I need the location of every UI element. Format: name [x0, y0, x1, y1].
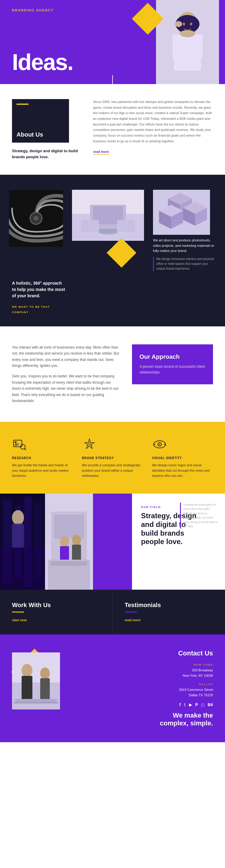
approach-left: You interact with all sorts of businesse…: [12, 344, 120, 404]
service-visual-identity: VISUAL IDENTITY We design iconic logos a…: [152, 437, 213, 478]
behance-icon[interactable]: Bē: [207, 702, 213, 707]
services-section: RESEARCH We get inside the heads and hea…: [0, 422, 225, 494]
testimonials: Testimonials read more: [113, 590, 225, 634]
svg-rect-54: [54, 515, 84, 539]
research-title: RESEARCH: [12, 456, 73, 460]
facebook-icon[interactable]: f: [180, 702, 181, 707]
brand-strategy-title: BRAND STRATEGY: [82, 456, 143, 460]
svg-rect-32: [15, 441, 17, 443]
contact-title: Contact Us: [81, 649, 213, 657]
dark-right-text1: We art direct and produce photoshoots, v…: [153, 238, 216, 254]
read-more-link[interactable]: read more: [93, 150, 109, 155]
svg-rect-64: [22, 676, 32, 700]
pinterest-icon[interactable]: P: [195, 702, 198, 707]
about-right: Since 2005, has partnered with hot start…: [93, 99, 213, 154]
dark-section: We art direct and produce photoshoots, v…: [0, 175, 225, 327]
service-brand-strategy: BRAND STRATEGY We provide a compass and …: [82, 437, 143, 478]
strategy-text: OUR FIELD Strategy, design and digital t…: [132, 494, 225, 590]
about-box: About Us: [12, 99, 69, 143]
svg-rect-62: [12, 682, 60, 710]
dark-images-row: We art direct and produce photoshoots, v…: [0, 190, 225, 271]
service-research: RESEARCH We get inside the heads and hea…: [12, 437, 73, 478]
hero-section: BRANDING AGENCY Ideas.: [0, 0, 225, 84]
hero-title: Ideas.: [12, 49, 73, 75]
svg-point-55: [60, 536, 69, 547]
about-subtitle: Strategy, design and digital to build br…: [12, 148, 81, 160]
contact-ny: NEW YORK 200 BroadwayNew York, NY 10036: [81, 663, 213, 678]
svg-rect-34: [15, 445, 18, 445]
about-body-text: Since 2005, has partnered with hot start…: [93, 99, 213, 144]
dark-cta-text[interactable]: WE WANT TO BE THAT COMPANY: [12, 305, 50, 314]
strategy-purple-block: [93, 494, 132, 590]
svg-rect-56: [60, 546, 69, 561]
svg-rect-67: [15, 699, 57, 702]
hero-vertical-line: [112, 75, 113, 84]
svg-rect-5: [198, 34, 202, 59]
hero-brand-label: BRANDING AGENCY: [12, 8, 54, 12]
approach-right: Our Approach A proven track record of su…: [132, 344, 213, 404]
brand-strategy-text: We provide a compass and strategically p…: [82, 463, 143, 478]
dark-cubes-image: [153, 190, 210, 235]
work-cta-link[interactable]: start now: [12, 618, 27, 622]
svg-rect-3: [174, 34, 201, 70]
dark-spiral-image: [9, 190, 63, 247]
about-section: About Us Strategy, design and digital to…: [0, 84, 225, 175]
svg-point-12: [34, 216, 38, 221]
contact-right: Contact Us NEW YORK 200 BroadwayNew York…: [81, 649, 213, 727]
svg-rect-19: [81, 220, 99, 232]
approach-box: Our Approach A proven track record of su…: [132, 344, 213, 384]
svg-point-57: [72, 535, 81, 546]
svg-point-8: [190, 23, 192, 26]
about-left: About Us Strategy, design and digital to…: [12, 99, 81, 160]
twitter-icon[interactable]: 𝕥: [184, 702, 186, 707]
instagram-icon[interactable]: ◻: [201, 702, 204, 707]
svg-rect-18: [99, 229, 117, 233]
about-box-title: About Us: [17, 131, 43, 138]
tagline-line1: We make the: [81, 712, 213, 719]
social-icons: f 𝕥 ▶ P ◻ Bē: [81, 702, 213, 707]
contact-ny-label: NEW YORK: [81, 663, 213, 666]
research-text: We get inside the heads and hearts of yo…: [12, 463, 73, 478]
work-cta-bar: [12, 612, 24, 613]
svg-line-36: [25, 448, 26, 450]
approach-box-text: A proven track record of successful clie…: [139, 364, 205, 375]
svg-point-9: [175, 21, 182, 27]
work-with-us-title: Work With Us: [12, 602, 100, 609]
dark-office-image: [72, 190, 144, 241]
about-box-bar: [17, 103, 29, 105]
approach-section: You interact with all sorts of businesse…: [0, 327, 225, 422]
svg-rect-58: [72, 545, 81, 561]
svg-rect-51: [12, 524, 24, 548]
hero-person-image: [156, 0, 219, 84]
visual-identity-title: VISUAL IDENTITY: [152, 456, 213, 460]
svg-rect-66: [40, 678, 50, 699]
contact-image: [12, 652, 60, 710]
contact-ny-address: 200 BroadwayNew York, NY 10036: [81, 668, 213, 678]
strategy-overlay-text: Knowing the expectation of every client …: [180, 503, 219, 528]
brand-strategy-icon: [82, 437, 97, 452]
approach-box-title: Our Approach: [139, 353, 205, 360]
svg-rect-20: [117, 220, 135, 232]
svg-point-65: [40, 668, 50, 679]
tagline-line2: complex, simple.: [81, 719, 213, 727]
svg-rect-60: [51, 561, 87, 566]
dark-center-area: [69, 190, 147, 259]
svg-rect-68: [13, 702, 59, 704]
svg-point-41: [159, 444, 160, 445]
bottom-cta-section: Work With Us start now Testimonials read…: [0, 590, 225, 634]
svg-rect-49: [0, 548, 45, 590]
contact-dallas: DALLAS 2919 Commerce StreetDallas TX 752…: [81, 683, 213, 698]
dark-right-text2: We design immersive interiors and physic…: [153, 257, 216, 271]
youtube-icon[interactable]: ▶: [189, 702, 192, 707]
research-icon: [12, 437, 27, 452]
strategy-mid-image: [45, 494, 93, 590]
contact-dallas-address: 2919 Commerce StreetDallas TX 75226: [81, 687, 213, 698]
svg-point-50: [12, 510, 24, 525]
dark-bottom-text: A holistic, 360° approach to help you ma…: [0, 271, 78, 314]
contact-tagline: We make the complex, simple.: [81, 712, 213, 727]
svg-point-63: [22, 664, 32, 677]
approach-para1: You interact with all sorts of businesse…: [12, 344, 120, 369]
testimonials-link[interactable]: read more: [125, 618, 141, 622]
dark-yellow-diamond: [107, 238, 136, 268]
svg-rect-4: [172, 34, 177, 59]
